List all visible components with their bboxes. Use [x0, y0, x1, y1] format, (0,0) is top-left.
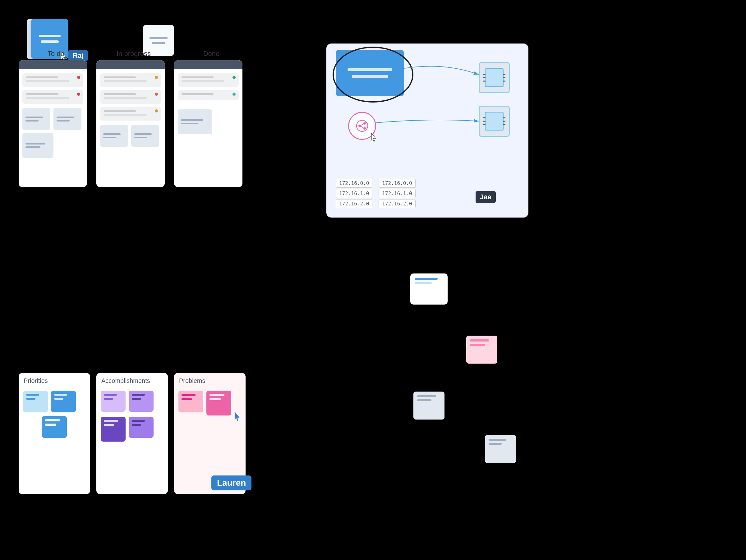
- card-line: [26, 93, 58, 95]
- mc-line-1: [415, 278, 438, 280]
- bc-line-1: [347, 68, 392, 71]
- done-card-1[interactable]: [178, 73, 239, 87]
- card-line: [181, 77, 213, 78]
- sd-line-2: [152, 42, 165, 44]
- green-dot: [232, 76, 236, 79]
- inprogress-column: [96, 60, 165, 187]
- ip-card-2[interactable]: [100, 90, 161, 104]
- kanban-area: To do In progress Done: [19, 50, 252, 187]
- jae-tooltip: Jae: [476, 191, 496, 203]
- gray-doc-2: [485, 435, 516, 463]
- blue-card-main: [336, 50, 404, 96]
- sticky-3: [22, 133, 54, 158]
- sticky-line: [103, 137, 116, 138]
- chip-tick: [503, 78, 506, 78]
- todo-header: [19, 60, 87, 69]
- svg-point-1: [363, 122, 366, 125]
- todo-card-1[interactable]: [22, 73, 83, 87]
- done-card-2[interactable]: [178, 90, 239, 100]
- sticky-line: [26, 143, 46, 145]
- gd-line-2: [417, 399, 431, 401]
- card-line: [26, 77, 58, 78]
- kanban-labels: To do In progress Done: [19, 50, 252, 58]
- ip-card-1[interactable]: [100, 73, 161, 87]
- chip-tick: [503, 117, 506, 118]
- ps2-line-1: [470, 340, 489, 342]
- gray-doc-1: [413, 391, 444, 419]
- col-label-inprogress: In progress: [99, 50, 168, 58]
- kanban-columns: [19, 60, 252, 187]
- problems-label: Problems: [174, 373, 246, 386]
- chip-tick: [483, 121, 486, 122]
- ip-row: 172.16.0.0: [379, 179, 415, 188]
- chip-tick: [503, 121, 506, 122]
- sticky-line: [134, 133, 152, 135]
- chip-tick: [483, 78, 486, 78]
- chip-inner-1: [485, 68, 504, 87]
- sticky-4: [100, 125, 128, 147]
- yellow-dot-2: [155, 109, 158, 113]
- mini-card-right: [410, 273, 448, 304]
- sticky-5: [131, 125, 159, 147]
- card-line: [104, 93, 136, 95]
- diagram-area: 172.16.0.0 172.16.1.0 172.16.2.0 172.16.…: [326, 43, 528, 217]
- chip-tick: [503, 74, 506, 75]
- accomplishments-panel: Accomplishments: [96, 373, 168, 494]
- card-line: [104, 97, 147, 99]
- chip-ticks-left: [483, 117, 486, 125]
- sticky-line: [181, 119, 203, 121]
- sticky-line: [26, 120, 38, 121]
- chip-inner-2: [485, 112, 504, 130]
- ip-col-right: 172.16.0.0 172.16.1.0 172.16.2.0: [379, 179, 415, 208]
- share-icon: [356, 120, 368, 132]
- doc-line-2: [41, 40, 58, 43]
- chip-tick: [483, 74, 486, 75]
- doc-line-1: [39, 35, 61, 37]
- ip-col-left: 172.16.0.0 172.16.1.0 172.16.2.0: [336, 179, 372, 208]
- col-label-done: Done: [177, 50, 246, 58]
- ip-card-3[interactable]: [100, 107, 161, 121]
- gd-line-1: [417, 395, 436, 397]
- card-line: [181, 93, 213, 95]
- done-header: [174, 60, 242, 69]
- sticky-line: [26, 146, 40, 148]
- sd-line-1: [149, 37, 168, 39]
- red-dot-1: [77, 76, 80, 79]
- chip-icon-2: [479, 106, 510, 137]
- priority-sticky-1: [23, 391, 48, 412]
- card-line: [181, 80, 224, 82]
- ip-row: 172.16.0.0: [336, 179, 372, 188]
- done-body: [174, 69, 242, 187]
- bc-line-2: [352, 75, 388, 78]
- chip-tick: [503, 124, 506, 125]
- prob-sticky-2: [206, 391, 231, 415]
- sticky-line: [181, 123, 198, 124]
- card-line: [104, 80, 147, 82]
- gd-line-1: [489, 439, 506, 441]
- svg-point-3: [358, 125, 361, 127]
- yellow-dot-1: [155, 76, 158, 79]
- chip-ticks-left: [483, 74, 486, 82]
- done-column: [174, 60, 242, 187]
- chip-tick: [503, 81, 506, 82]
- todo-card-2[interactable]: [22, 90, 83, 104]
- todo-stickies: [22, 108, 83, 130]
- sticky-2: [54, 108, 81, 130]
- svg-point-0: [356, 120, 368, 131]
- priorities-label: Priorities: [19, 373, 90, 386]
- pink-sticky-float: [466, 335, 497, 363]
- svg-point-2: [363, 127, 366, 129]
- lauren-tooltip: Lauren: [211, 475, 252, 491]
- red-dot-2: [77, 93, 80, 96]
- ip-row: 172.16.1.0: [379, 189, 415, 198]
- acc-sticky-4: [129, 417, 153, 438]
- chip-ticks-right: [503, 74, 506, 82]
- priority-sticky-3: [42, 416, 67, 438]
- card-line: [104, 110, 136, 112]
- chip-ticks-right: [503, 117, 506, 125]
- mc-line-2: [415, 282, 432, 284]
- diagram-inner: 172.16.0.0 172.16.1.0 172.16.2.0 172.16.…: [326, 43, 528, 217]
- acc-sticky-3: [101, 417, 125, 442]
- accomplishments-label: Accomplishments: [96, 373, 168, 386]
- col-label-todo: To do: [22, 50, 90, 58]
